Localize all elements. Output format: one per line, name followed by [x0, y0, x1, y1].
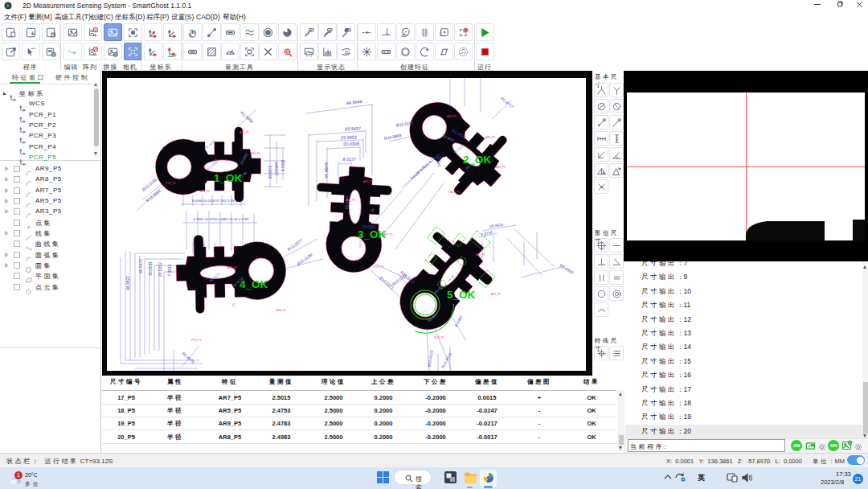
svg-text:3D: 3D: [344, 49, 350, 54]
svg-text:AR3_P5: AR3_P5: [200, 190, 210, 193]
svg-text:7.9810: 7.9810: [167, 264, 172, 277]
svg-text:20.0352: 20.0352: [158, 262, 162, 277]
svg-text:PCR_P5: PCR_P5: [434, 336, 444, 339]
svg-text:AR1_P5: AR1_P5: [346, 199, 355, 202]
svg-text:AR9_P5: AR9_P5: [447, 115, 457, 118]
svg-text:AR6_P5: AR6_P5: [363, 180, 373, 183]
svg-text:14: 14: [214, 158, 218, 162]
svg-text:8.0177: 8.0177: [342, 157, 356, 162]
svg-text:3_OK: 3_OK: [358, 228, 387, 240]
svg-text:AR3_P5: AR3_P5: [476, 253, 485, 257]
svg-text:R2.5144: R2.5144: [345, 195, 350, 209]
svg-text:5_OK: 5_OK: [447, 289, 476, 301]
svg-text:5.9655 10.9758 5.0985 15.34 0.: 5.9655 10.9758 5.0985 15.34 0.0783: [194, 217, 249, 221]
svg-text:2_OK: 2_OK: [463, 154, 492, 166]
svg-text:PCR_P4: PCR_P4: [191, 339, 202, 342]
svg-text:AR2_P5: AR2_P5: [450, 191, 460, 194]
svg-text:AR8_P5: AR8_P5: [485, 136, 495, 139]
svg-text:29.9902: 29.9902: [341, 135, 357, 141]
svg-text:14.9801: 14.9801: [437, 153, 441, 166]
svg-text:29.9976: 29.9976: [268, 165, 272, 179]
svg-text:40.0072: 40.0072: [138, 259, 143, 273]
svg-text:15: 15: [371, 208, 375, 213]
svg-text:PCR_P1: PCR_P1: [166, 182, 176, 185]
svg-text:PCR_P3: PCR_P3: [374, 265, 384, 269]
svg-text:4_OK: 4_OK: [240, 278, 268, 290]
svg-text:44.9649: 44.9649: [324, 162, 329, 179]
svg-text:44.9922: 44.9922: [125, 276, 130, 290]
svg-text:19.9984: 19.9984: [275, 162, 279, 175]
svg-text:8.0338: 8.0338: [281, 160, 285, 171]
svg-text:AR2_P5: AR2_P5: [251, 152, 260, 155]
svg-text:AR5_P5: AR5_P5: [491, 293, 501, 296]
svg-text:AR1_P5: AR1_P5: [240, 131, 249, 134]
svg-text:30.0011: 30.0011: [148, 261, 153, 276]
svg-text:15: 15: [231, 302, 235, 306]
svg-text:AR4_P5: AR4_P5: [496, 166, 506, 169]
svg-text:AR5_P5: AR5_P5: [227, 266, 237, 269]
svg-text:20.0398: 20.0398: [343, 142, 359, 147]
svg-text:39.9437: 39.9437: [345, 125, 361, 131]
svg-text:8.0336 10.0108 9.7262 5.98: 8.0336 10.0108 9.7262 5.98: [192, 199, 235, 203]
svg-text:1_OK: 1_OK: [214, 172, 243, 184]
svg-text:AR8_P5: AR8_P5: [276, 309, 286, 312]
